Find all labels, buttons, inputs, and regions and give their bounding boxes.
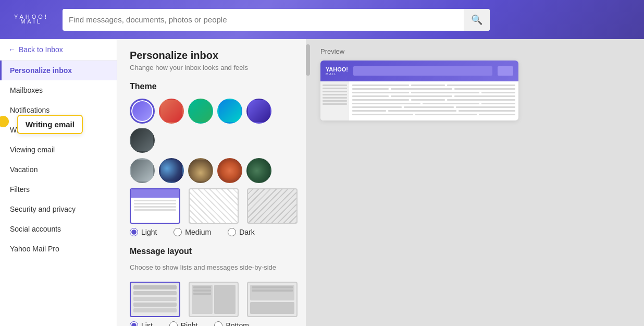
- preview-row: [352, 88, 515, 90]
- theme-swatches-grid-2: [130, 158, 298, 183]
- preview-row: [352, 106, 515, 108]
- density-line: [134, 200, 176, 201]
- preview-row: [352, 110, 515, 112]
- density-box-dark[interactable]: [247, 188, 298, 224]
- layout-box-bottom[interactable]: [247, 282, 298, 317]
- preview-side-line: [323, 91, 347, 92]
- theme-swatch-red[interactable]: [159, 99, 184, 124]
- sidebar-item-filters[interactable]: Filters: [0, 179, 117, 199]
- theme-swatch-purple[interactable]: [130, 99, 155, 124]
- theme-swatch-mountain[interactable]: [188, 158, 213, 183]
- theme-swatch-green[interactable]: [188, 99, 213, 124]
- main-layout: ← Back to Inbox Personalize inbox Mailbo…: [0, 39, 644, 326]
- layout-list-line: [133, 297, 177, 301]
- preview-panel: Preview YAHOO!MAIL: [310, 39, 644, 326]
- sidebar-item-vacation[interactable]: Vacation: [0, 160, 117, 179]
- density-lines: [131, 198, 179, 213]
- sidebar-item-personalize-inbox[interactable]: Personalize inbox: [0, 61, 117, 80]
- sidebar-label-pro: Yahoo Mail Pro: [10, 245, 59, 253]
- preview-label: Preview: [320, 47, 634, 55]
- theme-swatch-sunset[interactable]: [217, 158, 242, 183]
- sidebar-label-personalize: Personalize inbox: [10, 66, 72, 75]
- theme-swatch-dark-purple[interactable]: [246, 99, 271, 124]
- preview-main-content: [349, 81, 518, 120]
- sidebar-label-notifications: Notifications: [10, 106, 49, 114]
- preview-row: [352, 99, 515, 101]
- preview-side-line: [323, 97, 347, 99]
- layout-section-title: Message layout: [130, 247, 298, 256]
- preview-body: [320, 81, 518, 120]
- scrollbar-thumb[interactable]: [306, 44, 310, 76]
- scrollbar-track[interactable]: [306, 39, 310, 326]
- layout-box-row: [130, 282, 298, 317]
- sidebar-item-social-accounts[interactable]: Social accounts: [0, 219, 117, 239]
- layout-radio-bottom-input[interactable]: [214, 321, 222, 326]
- density-radio-dark[interactable]: Dark: [228, 228, 255, 236]
- layout-label-right: Right: [181, 321, 198, 326]
- layout-bottom-list: [250, 285, 294, 300]
- sidebar-item-security-privacy[interactable]: Security and privacy: [0, 199, 117, 219]
- search-button[interactable]: 🔍: [464, 9, 490, 31]
- sidebar-item-writing-email[interactable]: Writing email Writing email: [0, 120, 117, 140]
- preview-row: [352, 84, 515, 86]
- layout-list-line: [133, 303, 177, 307]
- theme-swatch-gray[interactable]: [130, 158, 155, 183]
- layout-bottom-preview: [250, 302, 294, 315]
- search-input[interactable]: [69, 15, 464, 24]
- layout-radio-bottom[interactable]: Bottom: [214, 321, 249, 326]
- density-radio-dark-input[interactable]: [228, 228, 236, 236]
- preview-search-bar: [353, 66, 492, 76]
- app-header: YAHOO! MAIL 🔍: [0, 0, 644, 39]
- theme-swatch-navy[interactable]: [130, 128, 155, 153]
- layout-list-line: [133, 285, 177, 289]
- preview-side-line: [323, 94, 347, 95]
- preview-side-line: [323, 84, 347, 86]
- sidebar-label-social: Social accounts: [10, 225, 61, 233]
- layout-radio-right[interactable]: Right: [169, 321, 198, 326]
- sidebar-item-yahoo-mail-pro[interactable]: Yahoo Mail Pro: [0, 239, 117, 259]
- sidebar-label-filters: Filters: [10, 185, 30, 194]
- preview-row: [352, 95, 515, 97]
- theme-section-title: Theme: [130, 82, 298, 91]
- preview-row: [352, 114, 515, 115]
- theme-swatch-blue-photo[interactable]: [159, 158, 184, 183]
- layout-radio-right-input[interactable]: [169, 321, 178, 326]
- yahoo-logo: YAHOO! MAIL: [10, 15, 52, 25]
- writing-email-tooltip: Writing email: [17, 115, 83, 134]
- density-radio-medium-input[interactable]: [174, 228, 182, 236]
- theme-swatch-forest[interactable]: [246, 158, 271, 183]
- density-header: [131, 189, 179, 198]
- back-link-label: Back to Inbox: [19, 45, 63, 54]
- layout-list-line: [133, 308, 177, 312]
- preview-side-line: [323, 103, 347, 105]
- layout-box-right[interactable]: [189, 282, 239, 317]
- layout-box-list[interactable]: [130, 282, 180, 317]
- preview-side-line: [323, 100, 347, 102]
- layout-label-list: List: [141, 321, 153, 326]
- density-label-dark: Dark: [239, 228, 255, 236]
- layout-label-bottom: Bottom: [226, 321, 249, 326]
- density-radio-row: Light Medium Dark: [130, 228, 298, 236]
- density-radio-light-input[interactable]: [130, 228, 138, 236]
- back-to-inbox-link[interactable]: ← Back to Inbox: [0, 39, 117, 61]
- theme-swatch-teal[interactable]: [217, 99, 242, 124]
- layout-subtitle: Choose to show lists and messages side-b…: [130, 263, 298, 271]
- density-radio-light[interactable]: Light: [130, 228, 157, 236]
- preview-action-btn: [498, 66, 513, 76]
- sidebar-label-mailboxes: Mailboxes: [10, 86, 43, 94]
- layout-list-line: [133, 291, 177, 295]
- back-arrow-icon: ←: [8, 45, 16, 54]
- layout-radio-list-input[interactable]: [130, 321, 138, 326]
- layout-radio-list[interactable]: List: [130, 321, 153, 326]
- density-radio-medium[interactable]: Medium: [174, 228, 211, 236]
- sidebar-item-viewing-email[interactable]: Viewing email: [0, 140, 117, 160]
- preview-sidebar: [320, 81, 349, 120]
- preview-side-line: [323, 88, 347, 89]
- sidebar-item-mailboxes[interactable]: Mailboxes: [0, 80, 117, 100]
- density-box-light[interactable]: [130, 188, 180, 224]
- density-label-light: Light: [141, 228, 157, 236]
- preview-row: [352, 92, 515, 93]
- tooltip-text: Writing email: [26, 120, 75, 129]
- preview-window: YAHOO!MAIL: [320, 61, 518, 120]
- density-box-medium[interactable]: [189, 188, 239, 224]
